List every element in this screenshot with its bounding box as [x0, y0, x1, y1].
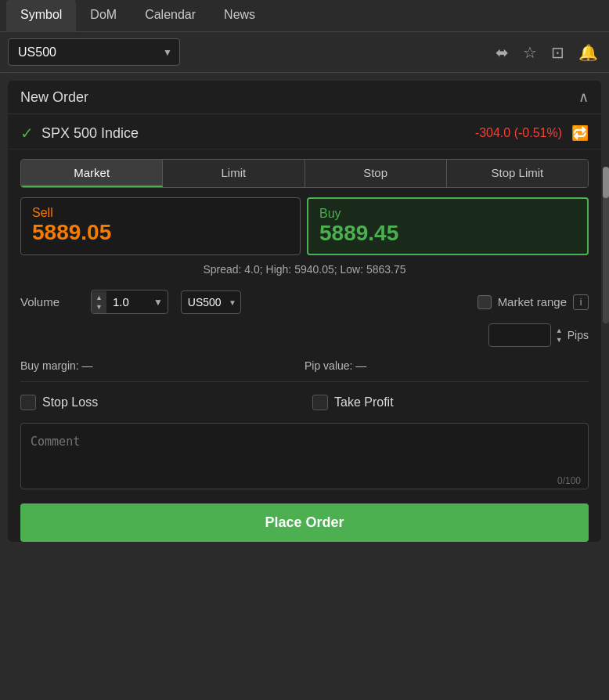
buy-label: Buy [319, 207, 576, 221]
market-range-info-icon[interactable]: i [573, 294, 589, 310]
tab-stop[interactable]: Stop [305, 160, 447, 187]
buy-price: 5889.45 [319, 221, 576, 246]
market-range-label: Market range [498, 295, 567, 309]
tab-dom[interactable]: DoM [76, 0, 131, 32]
star-icon[interactable]: ☆ [520, 40, 540, 65]
volume-down-icon[interactable]: ▼ [95, 302, 103, 312]
panel-collapse-button[interactable]: ∧ [578, 88, 589, 106]
bell-icon[interactable]: 🔔 [575, 40, 601, 65]
tab-news[interactable]: News [210, 0, 269, 32]
divider [20, 381, 589, 382]
scrollbar[interactable] [603, 167, 609, 323]
instrument-share-icon[interactable]: 🔁 [571, 124, 589, 142]
top-nav: Symbol DoM Calendar News [0, 0, 609, 32]
market-range-wrap: Market range i [477, 294, 589, 310]
scrollbar-thumb[interactable] [603, 167, 609, 198]
tab-limit[interactable]: Limit [163, 160, 304, 187]
instrument-row: ✓ SPX 500 Indice -304.0 (-0.51%) 🔁 [8, 114, 601, 150]
tab-calendar[interactable]: Calendar [131, 0, 210, 32]
tab-market[interactable]: Market [21, 160, 163, 187]
symbol-bar: US500 US30 US100 GER40 ▼ ⬌ ☆ ⊡ 🔔 [0, 32, 609, 73]
pips-label: Pips [568, 329, 589, 341]
buy-margin-label: Buy margin: — [20, 359, 304, 372]
share-icon[interactable]: ⬌ [492, 40, 512, 65]
pips-row: ▲ ▼ Pips [8, 323, 601, 350]
stop-loss-label: Stop Loss [42, 395, 98, 410]
stop-loss-wrap: Stop Loss [20, 395, 297, 410]
tab-stop-limit[interactable]: Stop Limit [447, 160, 588, 187]
tab-symbol[interactable]: Symbol [6, 0, 76, 32]
symbol-icons: ⬌ ☆ ⊡ 🔔 [492, 40, 601, 65]
volume-up-icon[interactable]: ▲ [95, 293, 103, 302]
instrument-change: -304.0 (-0.51%) [475, 126, 562, 140]
volume-spin[interactable]: ▲ ▼ [92, 291, 106, 313]
spread-row: Spread: 4.0; High: 5940.05; Low: 5863.75 [8, 263, 601, 276]
price-row: Sell 5889.05 Buy 5889.45 [20, 197, 589, 255]
panel-title: New Order [20, 89, 88, 106]
take-profit-wrap: Take Profit [312, 395, 589, 410]
symbol-select-wrap: US500 US30 US100 GER40 ▼ [8, 38, 180, 66]
volume-dropdown-arrow-icon: ▼ [153, 297, 168, 308]
symbol-select[interactable]: US500 US30 US100 GER40 [8, 38, 180, 66]
volume-dropdown-wrap: US500 ▼ [181, 290, 241, 314]
volume-label: Volume [20, 295, 91, 309]
instrument-status-icon: ✓ [20, 124, 34, 143]
sell-box[interactable]: Sell 5889.05 [20, 197, 301, 255]
order-type-tabs: Market Limit Stop Stop Limit [20, 159, 589, 188]
instrument-name: SPX 500 Indice [41, 125, 139, 142]
pips-input[interactable] [488, 323, 551, 347]
pip-value-label: Pip value: — [304, 359, 589, 372]
market-range-checkbox[interactable] [477, 295, 492, 309]
volume-input[interactable]: 1.0 [106, 290, 153, 313]
volume-row: Volume ▲ ▼ 1.0 ▼ US500 ▼ Market range i [8, 287, 601, 317]
take-profit-label: Take Profit [334, 395, 394, 410]
margin-row: Buy margin: — Pip value: — [8, 356, 601, 381]
pips-down-icon[interactable]: ▼ [556, 336, 563, 344]
pips-spin: ▲ ▼ [556, 327, 563, 344]
comment-wrap: 0/100 [20, 423, 589, 493]
buy-box[interactable]: Buy 5889.45 [307, 197, 589, 255]
sl-tp-row: Stop Loss Take Profit [8, 391, 601, 423]
comment-count: 0/100 [20, 475, 581, 493]
sell-label: Sell [32, 206, 289, 220]
pips-wrap: ▲ ▼ Pips [488, 323, 589, 347]
sell-price: 5889.05 [32, 220, 289, 245]
volume-symbol-select[interactable]: US500 [181, 290, 241, 314]
pips-up-icon[interactable]: ▲ [556, 327, 563, 334]
volume-input-wrap: ▲ ▼ 1.0 ▼ [91, 290, 168, 314]
take-profit-checkbox[interactable] [312, 395, 328, 410]
stop-loss-checkbox[interactable] [20, 395, 36, 410]
main-panel: New Order ∧ ✓ SPX 500 Indice -304.0 (-0.… [8, 81, 601, 542]
panel-header: New Order ∧ [8, 81, 601, 114]
chart-icon[interactable]: ⊡ [548, 40, 568, 65]
place-order-button[interactable]: Place Order [20, 503, 589, 542]
